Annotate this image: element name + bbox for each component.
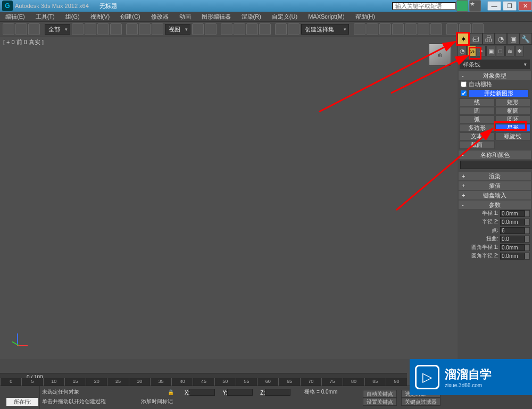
percent-snap[interactable] — [246, 23, 258, 35]
align-button[interactable] — [288, 23, 300, 35]
favorite-icon[interactable]: ★ — [469, 0, 481, 12]
tab-utilities[interactable]: 🔧 — [520, 33, 532, 45]
set-key-button[interactable]: 设置关键点 — [363, 398, 397, 406]
menu-help[interactable]: 帮助(H) — [350, 13, 380, 21]
select-object-button[interactable] — [72, 23, 84, 35]
cat-cameras[interactable]: ▣ — [486, 46, 495, 56]
add-time-tag[interactable]: 添加时间标记 — [141, 398, 173, 405]
btn-section[interactable]: 截面 — [459, 141, 495, 149]
btn-star[interactable]: 星形 — [495, 124, 531, 132]
coord-y-input[interactable] — [227, 389, 253, 396]
cat-helpers[interactable]: □ — [496, 46, 505, 56]
val-fillet2[interactable]: 0.0mm — [500, 253, 525, 260]
help-search-input[interactable] — [392, 2, 456, 10]
teapot1-icon[interactable] — [446, 23, 458, 35]
btn-arc[interactable]: 弧 — [459, 115, 495, 123]
app-icon[interactable]: G — [2, 1, 13, 11]
cat-systems[interactable]: ✱ — [515, 46, 524, 56]
spin-fillet1[interactable] — [525, 244, 530, 251]
select-region-button[interactable] — [97, 23, 109, 35]
mirror-button[interactable] — [275, 23, 287, 35]
btn-rect[interactable]: 矩形 — [495, 98, 531, 106]
tab-display[interactable]: ▣ — [507, 33, 519, 45]
auto-grid-checkbox[interactable] — [461, 81, 467, 87]
viewport-label[interactable]: [ + 0 前 0 真实 ] — [3, 38, 44, 46]
create-category-dropdown[interactable]: 样条线 — [460, 60, 530, 69]
tab-create[interactable]: ✶ — [458, 33, 470, 45]
btn-ellipse[interactable]: 椭圆 — [495, 107, 531, 115]
menu-group[interactable]: 组(G) — [60, 13, 85, 21]
object-name-input[interactable] — [460, 161, 532, 169]
ref-coord-dropdown[interactable]: 视图 — [165, 24, 190, 35]
minimize-button[interactable]: — — [487, 1, 501, 11]
tab-motion[interactable]: ◔ — [495, 33, 507, 45]
material-editor-button[interactable] — [392, 23, 404, 35]
coord-x-input[interactable] — [189, 389, 215, 396]
val-radius1[interactable]: 0.0mm — [500, 210, 525, 217]
render-frame-button[interactable] — [418, 23, 429, 35]
spin-radius1[interactable] — [525, 210, 530, 217]
menu-graph[interactable]: 图形编辑器 — [196, 13, 236, 21]
timeline-ruler[interactable]: 051015202530354045505560657075808590 — [0, 378, 407, 386]
angle-snap[interactable] — [234, 23, 245, 35]
menu-anim[interactable]: 动画 — [174, 13, 196, 21]
coord-z-input[interactable] — [265, 389, 290, 396]
layer-button[interactable] — [354, 23, 365, 35]
cat-lights[interactable]: ✦ — [477, 46, 486, 56]
rotate-button[interactable] — [139, 23, 151, 35]
rollup-name-color[interactable]: -名称和颜色 — [459, 151, 531, 159]
menu-custom[interactable]: 自定义(U) — [267, 13, 303, 21]
menu-edit[interactable]: 编辑(E) — [0, 13, 30, 21]
auto-key-button[interactable]: 自动关键点 — [363, 390, 397, 398]
btn-helix[interactable]: 螺旋线 — [495, 132, 531, 140]
spinner-snap[interactable] — [259, 23, 271, 35]
menu-create[interactable]: 创建(C) — [115, 13, 145, 21]
spin-fillet2[interactable] — [525, 253, 530, 260]
btn-line[interactable]: 线 — [459, 98, 495, 106]
schematic-button[interactable] — [379, 23, 391, 35]
spin-points[interactable] — [525, 227, 530, 234]
undo-button[interactable] — [3, 23, 14, 35]
close-button[interactable]: ✕ — [518, 1, 532, 11]
selection-filter-dropdown[interactable]: 全部 — [45, 24, 70, 35]
rollup-render[interactable]: +渲染 — [459, 172, 531, 180]
infocenter-icon[interactable] — [456, 0, 468, 12]
rollup-object-type[interactable]: -对象类型 — [459, 71, 531, 80]
move-button[interactable] — [126, 23, 138, 35]
btn-circle[interactable]: 圆 — [459, 107, 495, 115]
btn-ngon[interactable]: 多边形 — [459, 124, 495, 132]
redo-button[interactable] — [15, 23, 27, 35]
curve-editor-button[interactable] — [367, 23, 378, 35]
pivot-button[interactable] — [192, 23, 204, 35]
val-fillet1[interactable]: 0.0mm — [500, 244, 525, 251]
start-new-checkbox[interactable] — [461, 90, 467, 96]
render-button[interactable] — [430, 23, 442, 35]
link-button[interactable] — [28, 23, 40, 35]
window-crossing-button[interactable] — [110, 23, 122, 35]
spin-radius2[interactable] — [525, 219, 530, 226]
rollup-interp[interactable]: +插值 — [459, 181, 531, 190]
cat-shapes[interactable]: ᔕ — [467, 46, 476, 56]
menu-view[interactable]: 视图(V) — [85, 13, 115, 21]
key-filter-button[interactable]: 关键点过滤器 — [401, 398, 440, 406]
tab-modify[interactable]: 🗠 — [470, 33, 482, 45]
btn-donut[interactable]: 圆环 — [495, 115, 531, 123]
start-new-shape-button[interactable]: 开始新图形 — [469, 89, 529, 97]
menu-modify[interactable]: 修改器 — [146, 13, 174, 21]
cat-spacewarps[interactable]: ≋ — [505, 46, 514, 56]
menu-render[interactable]: 渲染(R) — [236, 13, 267, 21]
rollup-keyboard[interactable]: +键盘输入 — [459, 191, 531, 199]
val-points[interactable]: 6 — [500, 227, 525, 234]
render-setup-button[interactable] — [405, 23, 417, 35]
restore-button[interactable]: ❐ — [503, 1, 517, 11]
viewport-front[interactable]: [ + 0 前 0 真实 ] 前 — [0, 37, 458, 359]
snap-toggle[interactable] — [221, 23, 232, 35]
btn-text[interactable]: 文本 — [459, 132, 495, 140]
pin-row-button[interactable]: 所在行: — [6, 398, 38, 406]
named-selection-dropdown[interactable]: 创建选择集 — [301, 24, 349, 35]
menu-script[interactable]: MAXScript(M) — [303, 13, 350, 20]
scale-button[interactable] — [152, 23, 163, 35]
val-radius2[interactable]: 0.0mm — [500, 219, 525, 226]
select-name-button[interactable] — [85, 23, 96, 35]
manip-button[interactable] — [205, 23, 217, 35]
